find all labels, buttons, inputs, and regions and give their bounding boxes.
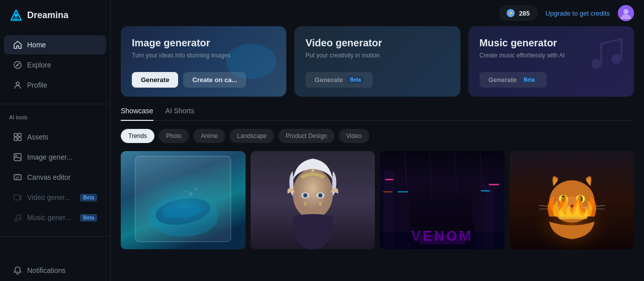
showcase-tabs: Showcase AI Shorts xyxy=(121,107,634,121)
image-grid: VENOM xyxy=(121,151,634,249)
svg-rect-9 xyxy=(14,154,21,161)
sidebar-item-notifications[interactable]: Notifications xyxy=(4,261,106,280)
tab-ai-shorts[interactable]: AI Shorts xyxy=(166,107,195,121)
sidebar: Dreamina Home Explore Profile AI tools xyxy=(0,0,111,281)
svg-point-3 xyxy=(14,61,21,68)
logo-icon xyxy=(9,8,23,22)
svg-rect-6 xyxy=(18,133,21,136)
svg-rect-51 xyxy=(420,234,465,244)
sidebar-label-canvas: Canvas editor xyxy=(27,173,70,181)
svg-point-34 xyxy=(303,202,306,206)
avatar-image xyxy=(618,5,634,21)
filter-chips: Trends Photo Anime Landscape Product Des… xyxy=(121,129,634,143)
grid-item-whale[interactable] xyxy=(121,151,246,249)
image-gen-buttons: Generate Create on ca... xyxy=(132,72,275,88)
whale-svg xyxy=(121,151,246,249)
sidebar-item-video-gen[interactable]: Video gener... Beta xyxy=(4,188,106,207)
bell-icon xyxy=(13,266,22,275)
filter-product-design[interactable]: Product Design xyxy=(278,129,335,143)
music-gen-title: Music generator xyxy=(479,37,623,49)
sidebar-item-profile[interactable]: Profile xyxy=(4,76,106,95)
sidebar-label-profile: Profile xyxy=(27,81,47,89)
filter-landscape[interactable]: Landscape xyxy=(229,129,274,143)
music-gen-btn-label: Generate xyxy=(489,76,517,84)
sidebar-item-explore[interactable]: Explore xyxy=(4,55,106,75)
image-gen-title: Image generator xyxy=(132,37,275,49)
music-gen-beta-label: Beta xyxy=(521,76,538,84)
home-icon xyxy=(13,40,22,49)
sidebar-label-explore: Explore xyxy=(27,61,51,69)
svg-point-32 xyxy=(318,193,322,197)
grid-item-city[interactable]: VENOM xyxy=(380,151,505,249)
filter-anime[interactable]: Anime xyxy=(193,129,225,143)
svg-rect-44 xyxy=(398,191,408,192)
svg-point-26 xyxy=(184,190,187,193)
image-gen-generate-button[interactable]: Generate xyxy=(132,72,178,88)
video-gen-title: Video generator xyxy=(305,37,449,49)
sidebar-item-music-gen[interactable]: Music gener... Beta xyxy=(4,208,106,227)
video-gen-beta-label: Beta xyxy=(347,76,364,84)
sidebar-item-assets[interactable]: Assets xyxy=(4,127,106,147)
grid-item-elf[interactable] xyxy=(251,151,375,249)
svg-rect-46 xyxy=(489,184,499,185)
upgrade-link[interactable]: Upgrade to get credits xyxy=(545,10,610,17)
generator-cards: Image generator Turn your ideas into stu… xyxy=(111,26,644,107)
sidebar-label-home: Home xyxy=(27,41,46,49)
music-gen-beta-badge: Beta xyxy=(80,214,97,222)
city-svg: VENOM xyxy=(380,151,505,249)
music-gen-desc: Create music effortlessly with AI xyxy=(479,52,623,59)
sidebar-item-image-gen[interactable]: Image gener... xyxy=(4,148,106,167)
sidebar-label-image-gen: Image gener... xyxy=(27,153,72,161)
svg-point-23 xyxy=(153,194,212,229)
credits-count: 285 xyxy=(519,10,530,17)
svg-rect-43 xyxy=(385,179,393,180)
main-content: ⚡ 285 Upgrade to get credits Imag xyxy=(111,0,644,281)
svg-rect-21 xyxy=(135,156,231,242)
tools-nav: Assets Image gener... Canvas editor Vi xyxy=(0,122,110,232)
video-gen-buttons: Generate Beta xyxy=(305,72,449,88)
svg-point-35 xyxy=(318,202,321,206)
user-avatar[interactable] xyxy=(618,5,634,21)
music-generator-card: Music generator Create music effortlessl… xyxy=(468,26,634,97)
fire-cat-svg xyxy=(510,151,634,249)
app-name: Dreamina xyxy=(27,10,68,21)
video-gen-icon xyxy=(13,193,22,202)
sidebar-label-assets: Assets xyxy=(27,133,48,141)
svg-point-24 xyxy=(189,192,193,196)
music-gen-icon xyxy=(13,213,22,222)
image-gen-canvas-button[interactable]: Create on ca... xyxy=(183,72,246,88)
filter-photo[interactable]: Photo xyxy=(158,129,189,143)
video-gen-generate-button[interactable]: Generate Beta xyxy=(305,72,373,88)
grid-item-fire-cat[interactable] xyxy=(510,151,634,249)
sidebar-divider-2 xyxy=(0,236,110,237)
sidebar-label-notifications: Notifications xyxy=(27,266,65,274)
video-gen-desc: Put your creativity in motion xyxy=(305,52,449,59)
svg-point-13 xyxy=(15,219,17,221)
person-icon xyxy=(13,81,22,90)
filter-trends[interactable]: Trends xyxy=(121,129,154,143)
video-gen-btn-label: Generate xyxy=(314,76,343,84)
svg-point-25 xyxy=(194,187,197,190)
credits-icon: ⚡ xyxy=(507,9,515,17)
logo-area: Dreamina xyxy=(0,0,110,30)
tab-showcase[interactable]: Showcase xyxy=(121,107,153,121)
svg-point-4 xyxy=(16,82,19,85)
assets-icon xyxy=(13,132,22,142)
filter-video[interactable]: Video xyxy=(339,129,369,143)
svg-point-14 xyxy=(19,218,21,220)
image-gen-icon xyxy=(13,153,22,162)
image-generator-card: Image generator Turn your ideas into stu… xyxy=(121,26,286,97)
video-gen-beta-badge: Beta xyxy=(80,194,97,201)
svg-rect-45 xyxy=(383,191,392,192)
svg-rect-12 xyxy=(14,195,20,200)
svg-rect-8 xyxy=(18,137,21,140)
sidebar-item-canvas[interactable]: Canvas editor xyxy=(4,168,106,187)
svg-point-10 xyxy=(16,155,17,157)
music-gen-generate-button[interactable]: Generate Beta xyxy=(479,72,547,88)
credits-pill[interactable]: ⚡ 285 xyxy=(499,6,537,21)
svg-rect-5 xyxy=(14,133,17,136)
svg-rect-7 xyxy=(14,137,17,140)
svg-point-33 xyxy=(311,169,314,172)
sidebar-item-home[interactable]: Home xyxy=(4,35,106,54)
music-gen-buttons: Generate Beta xyxy=(479,72,623,88)
